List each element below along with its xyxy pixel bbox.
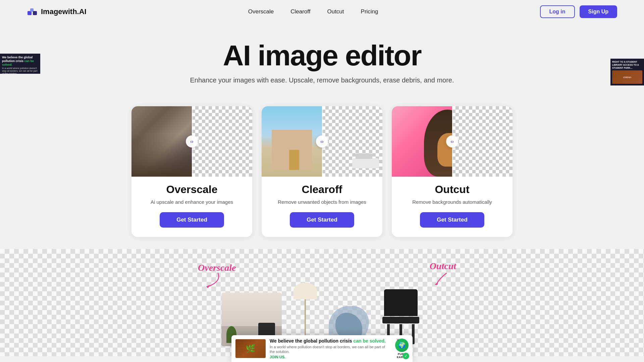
card-overscale-title: Overscale (166, 183, 217, 196)
slider-handle-outcut[interactable]: ‹› (446, 135, 458, 147)
ad-left-title: We believe the global pollution crisis c… (2, 56, 38, 66)
outcut-annotation: Outcut (430, 261, 456, 285)
signup-button[interactable]: Sign Up (580, 5, 617, 18)
bottom-ad-title: We believe the global pollution crisis c… (270, 338, 391, 344)
slider-handle-overscale[interactable]: ‹› (186, 135, 198, 147)
ad-left-sub: In a world where pollution doesn't stop … (2, 67, 38, 74)
hero-section: AI image editor Enhance your images with… (0, 23, 644, 94)
card-overscale: ‹› Overscale Ai upscale and enhance your… (131, 106, 252, 237)
ad-left[interactable]: We believe the global pollution crisis c… (0, 54, 40, 74)
demo-items-wrapper: Overscale Outcut (171, 259, 473, 346)
hero-subtitle: Enhance your images with ease. Upscale, … (7, 76, 637, 84)
bottom-ad-cta: JOIN US. (270, 355, 391, 359)
logo-text: Imagewith.AI (41, 7, 87, 16)
card-clearoff-image: ‹› (262, 106, 382, 177)
slider-handle-clearoff[interactable]: ‹› (316, 135, 328, 147)
overscale-arrow-svg (198, 272, 225, 288)
ad-right[interactable]: RIGHT TO A STUDENT LIBRARY ACCESS TO A S… (610, 59, 644, 85)
navbar: Imagewith.AI Overscale Clearoff Outcut P… (0, 0, 644, 23)
ad-left-highlight: can be solved. (2, 59, 34, 66)
bottom-ad-dismiss-button[interactable]: ✓ (402, 353, 409, 359)
nav-overscale[interactable]: Overscale (248, 8, 274, 15)
svg-rect-2 (33, 11, 37, 15)
chair-back (384, 289, 418, 316)
card-clearoff-desc: Remove unwanted objects from images (278, 198, 366, 205)
svg-marker-3 (206, 285, 210, 288)
outcut-get-started-button[interactable]: Get Started (420, 212, 484, 228)
ad-left-content: We believe the global pollution crisis c… (0, 54, 40, 74)
checker-outcut (452, 106, 513, 177)
nav-links: Overscale Clearoff Outcut Pricing (248, 8, 378, 15)
logo[interactable]: Imagewith.AI (27, 6, 87, 17)
nav-actions: Log in Sign Up (540, 5, 617, 18)
overscale-annotation: Overscale (198, 262, 236, 288)
ad-right-img: children (612, 70, 642, 84)
login-button[interactable]: Log in (540, 5, 575, 18)
card-overscale-desc: Ai upscale and enhance your images (151, 198, 233, 205)
outcut-arrow-svg (430, 272, 450, 285)
checker-overlay (192, 106, 252, 177)
card-clearoff: ‹› Clearoff Remove unwanted objects from… (262, 106, 382, 237)
checker-clearoff (322, 106, 382, 177)
card-outcut: ‹› Outcut Remove backgrounds automatical… (392, 106, 513, 237)
card-outcut-image: ‹› (392, 106, 513, 177)
outcut-handwritten-label: Outcut (430, 261, 456, 271)
svg-rect-1 (30, 8, 34, 12)
bottom-ad-image (235, 339, 266, 358)
bottom-ad-subtitle: In a world where pollution doesn't stop … (270, 345, 391, 354)
lamp-shade (293, 283, 317, 299)
ad-right-content: RIGHT TO A STUDENT LIBRARY ACCESS TO A S… (610, 59, 644, 85)
logo-icon (27, 6, 38, 17)
card-clearoff-title: Clearoff (302, 183, 342, 196)
clearoff-get-started-button[interactable]: Get Started (290, 212, 354, 228)
ad-right-text: RIGHT TO A STUDENT LIBRARY ACCESS TO A S… (612, 60, 642, 69)
card-overscale-image: ‹› (131, 106, 252, 177)
card-outcut-desc: Remove backgrounds automatically (412, 198, 492, 205)
bottom-ad-close-button[interactable]: × (396, 337, 399, 343)
cards-section: ‹› Overscale Ai upscale and enhance your… (121, 106, 523, 237)
svg-marker-4 (435, 283, 438, 285)
chair-seat (382, 317, 419, 323)
bottom-ad-banner: × We believe the global pollution crisis… (231, 335, 413, 362)
bottom-ad-text: We believe the global pollution crisis c… (270, 338, 391, 359)
card-outcut-title: Outcut (435, 183, 469, 196)
nav-clearoff[interactable]: Clearoff (290, 8, 310, 15)
nav-pricing[interactable]: Pricing (361, 8, 378, 15)
hero-title: AI image editor (7, 40, 637, 70)
overscale-get-started-button[interactable]: Get Started (160, 212, 224, 228)
nav-outcut[interactable]: Outcut (327, 8, 344, 15)
bottom-ad-highlight: can be solved. (353, 338, 385, 344)
overscale-handwritten-label: Overscale (198, 262, 236, 273)
ad-right-img-label: children (623, 76, 632, 78)
